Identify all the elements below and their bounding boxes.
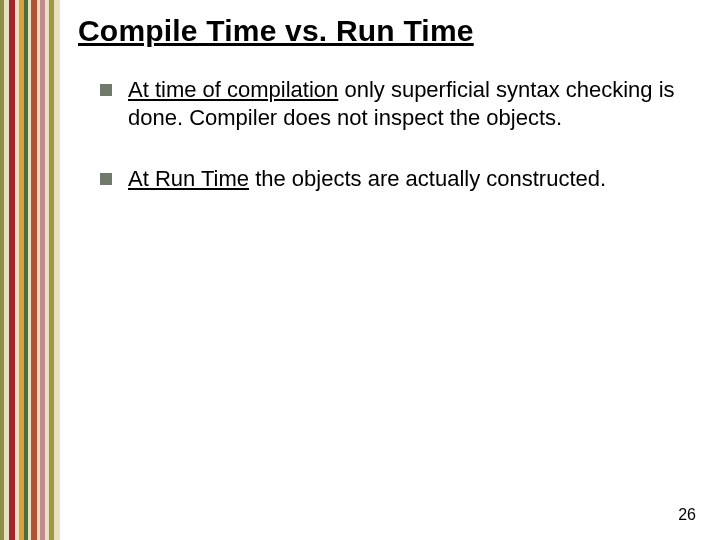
bullet-underlined: At Run Time xyxy=(128,166,249,191)
slide: Compile Time vs. Run Time At time of com… xyxy=(0,0,720,540)
bullet-text: At Run Time the objects are actually con… xyxy=(128,165,680,193)
decorative-stripes xyxy=(0,0,60,540)
square-bullet-icon xyxy=(100,173,112,185)
slide-title: Compile Time vs. Run Time xyxy=(78,14,474,48)
square-bullet-icon xyxy=(100,84,112,96)
bullet-underlined: At time of compilation xyxy=(128,77,338,102)
slide-body: At time of compilation only superficial … xyxy=(100,76,680,227)
bullet-text: At time of compilation only superficial … xyxy=(128,76,680,131)
bullet-rest: the objects are actually constructed. xyxy=(249,166,606,191)
bullet-item: At Run Time the objects are actually con… xyxy=(100,165,680,193)
bullet-item: At time of compilation only superficial … xyxy=(100,76,680,131)
page-number: 26 xyxy=(678,506,696,524)
stripe xyxy=(54,0,60,540)
